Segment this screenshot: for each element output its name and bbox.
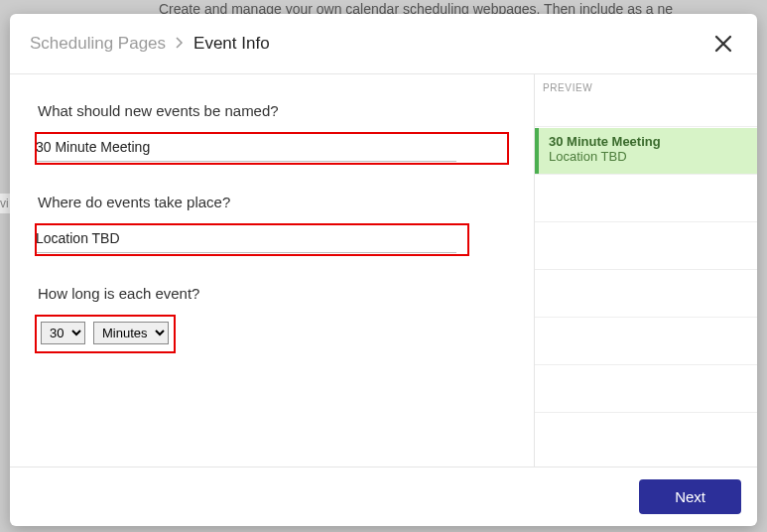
location-input[interactable] — [36, 226, 456, 253]
preview-slot-event: 30 Minute Meeting Location TBD — [535, 126, 757, 174]
preview-heading: PREVIEW — [535, 74, 757, 126]
duration-unit-select[interactable]: Minutes — [93, 322, 169, 344]
preview-slot-empty — [535, 364, 757, 412]
chevron-right-icon — [176, 34, 184, 54]
preview-event-location: Location TBD — [549, 149, 747, 164]
preview-panel: PREVIEW 30 Minute Meeting Location TBD — [534, 74, 757, 466]
modal-footer: Next — [10, 466, 757, 526]
close-button[interactable] — [711, 32, 735, 56]
field-event-name: What should new events be named? — [38, 102, 506, 162]
modal-header: Scheduling Pages Event Info — [10, 14, 757, 74]
preview-slot-empty — [535, 317, 757, 364]
preview-event-card: 30 Minute Meeting Location TBD — [535, 128, 757, 174]
form-panel: What should new events be named? Where d… — [10, 74, 534, 466]
background-side-tag: vi — [0, 194, 10, 213]
preview-event-title: 30 Minute Meeting — [549, 134, 747, 149]
breadcrumb-previous[interactable]: Scheduling Pages — [30, 34, 166, 54]
next-button[interactable]: Next — [639, 479, 741, 514]
modal-body: What should new events be named? Where d… — [10, 74, 757, 466]
event-name-label: What should new events be named? — [38, 102, 506, 119]
preview-slot-empty — [535, 269, 757, 317]
location-label: Where do events take place? — [38, 194, 506, 210]
event-name-input[interactable] — [36, 135, 456, 162]
preview-slot-empty — [535, 174, 757, 221]
duration-label: How long is each event? — [38, 285, 506, 302]
breadcrumb: Scheduling Pages Event Info — [30, 34, 270, 54]
duration-number-select[interactable]: 30 — [41, 322, 85, 344]
close-icon — [713, 34, 733, 54]
field-location: Where do events take place? — [38, 194, 506, 253]
field-duration: How long is each event? 30 Minutes — [38, 285, 506, 350]
preview-slot-empty — [535, 221, 757, 269]
breadcrumb-current: Event Info — [193, 34, 270, 54]
preview-slot-empty — [535, 412, 757, 460]
event-info-modal: Scheduling Pages Event Info What should … — [10, 14, 757, 526]
